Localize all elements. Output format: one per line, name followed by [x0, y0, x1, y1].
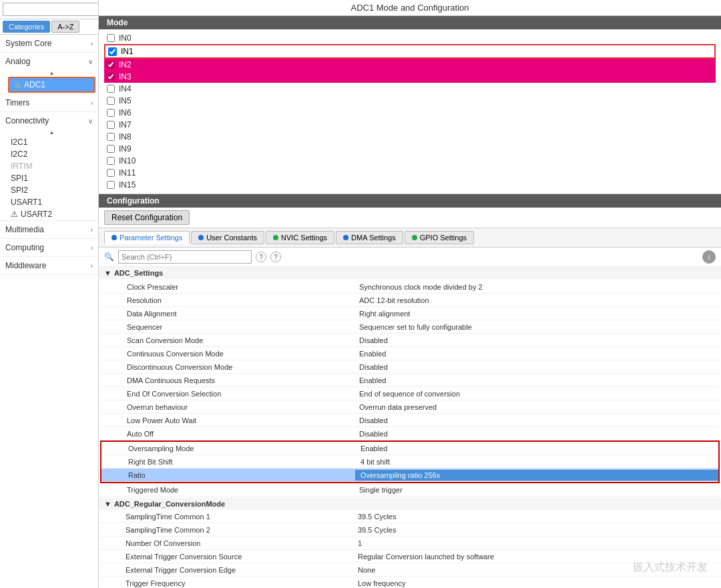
clock-prescaler-name: Clock Prescaler	[100, 282, 354, 292]
param-row-oversampling-mode[interactable]: Oversampling Mode Enabled	[101, 442, 718, 455]
tab-user-constants[interactable]: User Constants	[191, 231, 264, 244]
config-panel-header: Configuration	[99, 194, 721, 208]
analog-subsection: ▲ ⚠ ADC1	[0, 70, 98, 93]
sidebar-item-spi2[interactable]: SPI2	[5, 184, 98, 196]
mode-list: IN0 IN1 IN2 IN3 IN4	[99, 29, 721, 194]
dma-continuous-value: Enabled	[354, 375, 720, 386]
discontinuous-conversion-name: Discontinuous Conversion Mode	[100, 362, 354, 372]
section-analog-header[interactable]: Analog ∨	[0, 53, 98, 70]
section-computing-header[interactable]: Computing ›	[0, 239, 98, 256]
section-system-core-header[interactable]: System Core ›	[0, 35, 98, 52]
sidebar-item-adc1[interactable]: ⚠ ADC1	[8, 77, 95, 93]
param-row-dma-continuous: DMA Continuous Requests Enabled	[100, 374, 720, 387]
dma-tab-label: DMA Settings	[351, 234, 396, 242]
param-row-continuous-conversion: Continuous Conversion Mode Enabled	[100, 347, 720, 360]
in1-checkbox[interactable]	[108, 47, 117, 56]
tab-nvic-settings[interactable]: NVIC Settings	[266, 231, 334, 244]
in6-checkbox[interactable]	[107, 109, 115, 117]
in2-checkbox[interactable]	[107, 61, 115, 69]
middleware-label: Middleware	[5, 261, 46, 270]
mode-row-in9: IN9	[104, 143, 716, 155]
low-power-name: Low Power Auto Wait	[100, 415, 354, 426]
auto-off-name: Auto Off	[100, 428, 354, 439]
overrun-name: Overrun behaviour	[100, 402, 354, 412]
in3-checkbox[interactable]	[107, 73, 115, 81]
params-table: ▼ ADC_Settings Clock Prescaler Synchrono…	[99, 267, 721, 588]
param-row-ratio[interactable]: Ratio Oversampling ratio 256x	[101, 469, 718, 482]
info-circle-button-1[interactable]: ?	[256, 252, 266, 262]
collapse-icon: ▼	[104, 269, 111, 277]
in7-checkbox[interactable]	[107, 121, 115, 129]
main-title-bar: ADC1 Mode and Configuration	[99, 0, 721, 16]
sidebar-item-i2c1[interactable]: I2C1	[5, 136, 98, 148]
section-timers-header[interactable]: Timers ›	[0, 94, 98, 111]
triggered-mode-name: Triggered Mode	[100, 485, 354, 495]
tab-categories[interactable]: Categories	[3, 21, 50, 33]
section-connectivity-header[interactable]: Connectivity ∨	[0, 112, 98, 129]
section-multimedia-header[interactable]: Multimedia ›	[0, 221, 98, 238]
regular-conversion-header[interactable]: ▼ ADC_Regular_ConversionMode	[99, 498, 721, 510]
param-row-trigger-frequency: Trigger Frequency Low frequency	[99, 577, 721, 588]
param-row-triggered-mode: Triggered Mode Single trigger	[100, 483, 720, 497]
in10-checkbox[interactable]	[107, 157, 115, 165]
adc1-label: ADC1	[24, 80, 45, 89]
discontinuous-conversion-value: Disabled	[354, 362, 720, 372]
reset-configuration-button[interactable]: Reset Configuration	[104, 210, 190, 225]
sampling-common2-value: 39.5 Cycles	[352, 525, 721, 535]
tab-atoz[interactable]: A->Z	[51, 21, 79, 33]
mode-header-label: Mode	[107, 18, 128, 27]
param-row-clock-prescaler: Clock Prescaler Synchronous clock mode d…	[100, 280, 720, 294]
tab-gpio-settings[interactable]: GPIO Settings	[405, 231, 474, 244]
tab-dma-settings[interactable]: DMA Settings	[336, 231, 403, 244]
oversampling-mode-value: Enabled	[355, 443, 718, 454]
in4-checkbox[interactable]	[107, 85, 115, 93]
low-power-value: Disabled	[354, 415, 720, 426]
in15-label: IN15	[119, 180, 136, 190]
sidebar-search-input[interactable]	[3, 3, 99, 16]
auto-off-value: Disabled	[354, 428, 720, 439]
chevron-right-icon-timers: ›	[91, 99, 93, 107]
info-circle-button-2[interactable]: ?	[270, 252, 281, 262]
trigger-frequency-value: Low frequency	[352, 578, 721, 589]
info-badge[interactable]: i	[702, 250, 716, 264]
analog-label: Analog	[5, 57, 30, 66]
timers-label: Timers	[5, 98, 29, 107]
config-search-input[interactable]	[118, 250, 252, 264]
in5-checkbox[interactable]	[107, 97, 115, 105]
mode-row-in11: IN11	[104, 167, 716, 179]
sidebar-item-usart2[interactable]: ⚠ USART2	[5, 208, 98, 220]
mode-row-in6: IN6	[104, 107, 716, 119]
sidebar-item-i2c2[interactable]: I2C2	[5, 148, 98, 160]
in0-label: IN0	[119, 33, 132, 43]
number-conversion-value: 1	[352, 538, 721, 549]
resolution-value: ADC 12-bit resolution	[354, 295, 720, 306]
mode-panel: Mode IN0 IN1 IN2 IN3	[99, 16, 721, 194]
param-row-discontinuous-conversion: Discontinuous Conversion Mode Disabled	[100, 360, 720, 374]
end-conversion-value: End of sequence of conversion	[354, 388, 720, 399]
section-middleware-header[interactable]: Middleware ›	[0, 257, 98, 274]
in4-label: IN4	[119, 84, 132, 93]
mode-row-in5: IN5	[104, 95, 716, 107]
data-alignment-name: Data Alignment	[100, 308, 354, 319]
config-toolbar: Reset Configuration	[99, 208, 721, 228]
in2-label: IN2	[119, 60, 132, 69]
mode-panel-header: Mode	[99, 16, 721, 29]
adc-settings-section-header[interactable]: ▼ ADC_Settings	[99, 267, 721, 279]
in0-checkbox[interactable]	[107, 34, 115, 42]
regular-conversion-label: ADC_Regular_ConversionMode	[114, 500, 225, 508]
in11-checkbox[interactable]	[107, 169, 115, 177]
param-row-auto-off: Auto Off Disabled	[100, 427, 720, 440]
in9-checkbox[interactable]	[107, 145, 115, 153]
params-rows-group: Clock Prescaler Synchronous clock mode d…	[99, 279, 721, 498]
param-row-sampling-common2: SamplingTime Common 2 39.5 Cycles	[99, 523, 721, 537]
in15-checkbox[interactable]	[107, 181, 115, 189]
sidebar-item-spi1[interactable]: SPI1	[5, 172, 98, 184]
param-row-right-bit-shift[interactable]: Right Bit Shift 4 bit shift	[101, 455, 718, 469]
sidebar-item-usart1[interactable]: USART1	[5, 196, 98, 208]
chevron-right-icon: ›	[91, 40, 93, 47]
in8-checkbox[interactable]	[107, 133, 115, 141]
tab-parameter-settings[interactable]: Parameter Settings	[104, 231, 190, 244]
dma-tab-dot	[343, 235, 348, 240]
dma-continuous-name: DMA Continuous Requests	[100, 375, 354, 386]
user-tab-dot	[198, 235, 204, 240]
